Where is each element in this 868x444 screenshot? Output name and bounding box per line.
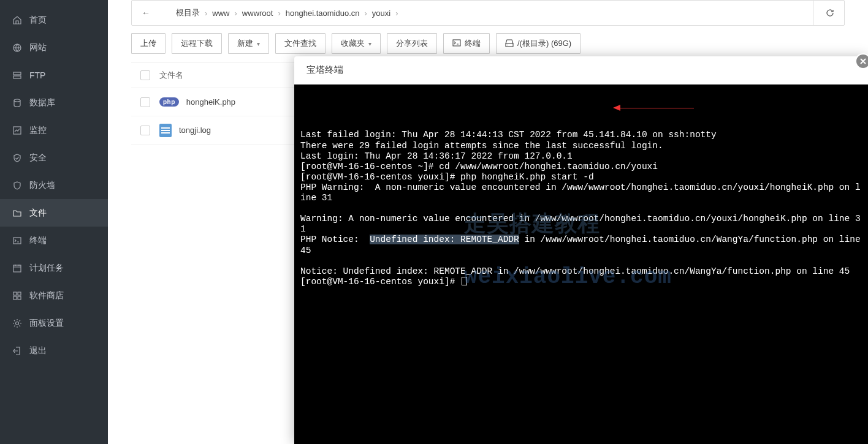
close-button[interactable] <box>855 53 868 69</box>
terminal-output[interactable]: 走吴搭建教程 weixiaolive.com Last failed login… <box>294 85 868 444</box>
modal-title: 宝塔终端 <box>294 56 868 85</box>
terminal-modal: 宝塔终端 走吴搭建教程 weixiaolive.com Last failed … <box>294 56 868 444</box>
annotation-arrow <box>613 105 694 111</box>
modal-mask: 宝塔终端 走吴搭建教程 weixiaolive.com Last failed … <box>0 0 868 444</box>
watermark: 走吴搭建教程 weixiaolive.com <box>353 187 672 317</box>
